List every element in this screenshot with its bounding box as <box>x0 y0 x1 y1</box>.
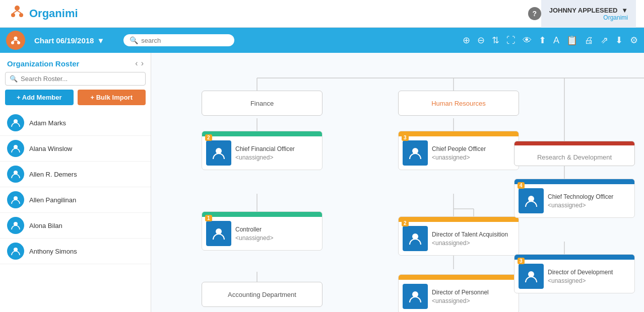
controller-card[interactable]: 1 Controller <unassigned> <box>202 211 323 251</box>
cpo-title: Chief People Officer <box>432 145 514 152</box>
roster-search-input[interactable] <box>21 75 141 83</box>
chart-canvas: Finance Human Resources 2 Chief Financia… <box>151 53 644 312</box>
svg-point-5 <box>14 37 18 40</box>
cto-avatar <box>519 188 544 213</box>
dp-info: Director of Personnel <unassigned> <box>432 289 514 304</box>
roster-item[interactable]: Alona Bilan <box>0 213 151 239</box>
cfo-badge: 2 <box>205 134 212 141</box>
add-member-button[interactable]: + Add Member <box>5 90 74 105</box>
eye-icon[interactable]: 👁 <box>523 35 532 46</box>
dd-info: Director of Development <unassigned> <box>548 269 630 284</box>
chart-chevron: ▼ <box>97 36 104 45</box>
svg-line-4 <box>17 11 21 13</box>
avatar <box>7 243 24 260</box>
cpo-badge: 3 <box>402 134 409 141</box>
cpo-card[interactable]: 3 Chief People Officer <unassigned> <box>398 131 519 170</box>
cto-card[interactable]: 4 Chief Technology Officer <unassigned> <box>514 179 635 218</box>
logo-area[interactable]: Organimi <box>8 3 78 24</box>
chart-title-btn[interactable]: Chart 06/19/2018 ▼ <box>29 33 109 48</box>
cto-info: Chief Technology Officer <unassigned> <box>548 193 630 209</box>
fullscreen-icon[interactable]: ⛶ <box>506 35 516 46</box>
sidebar: Organization Roster ‹ › 🔍 + Add Member +… <box>0 53 151 312</box>
collapse-left-icon[interactable]: ‹ <box>135 59 138 68</box>
controller-badge: 1 <box>205 215 212 221</box>
sort-icon[interactable]: ⇅ <box>492 35 499 46</box>
text-icon[interactable]: A <box>553 35 559 46</box>
print-icon[interactable]: 🖨 <box>585 35 594 46</box>
upload-icon[interactable]: ⬆ <box>539 35 546 46</box>
roster-item[interactable]: Alana Winslow <box>0 136 151 162</box>
zoom-in-icon[interactable]: ⊕ <box>463 35 470 46</box>
avatar <box>7 217 24 234</box>
avatar <box>7 191 24 208</box>
top-nav: Organimi ? JOHNNY APPLESEED ▼ Organimi <box>0 0 644 28</box>
roster-member-name: Alana Winslow <box>29 145 72 152</box>
roster-item[interactable]: Adam Marks <box>0 110 151 136</box>
share-icon[interactable]: ⇗ <box>601 35 608 46</box>
roster-item[interactable]: Allen R. Demers <box>0 162 151 187</box>
cpo-avatar <box>403 140 428 166</box>
cfo-card[interactable]: 2 Chief Financial Officer <unassigned> <box>202 131 323 170</box>
svg-point-0 <box>15 6 20 11</box>
roster-item[interactable]: Allen Pangilinan <box>0 187 151 213</box>
settings-icon[interactable]: ⚙ <box>630 35 638 46</box>
hr-dept-box[interactable]: Human Resources <box>398 91 519 116</box>
dta-card-body: Director of Talent Acquisition <unassign… <box>399 222 519 255</box>
clipboard-icon[interactable]: 📋 <box>566 35 577 46</box>
toolbar: Chart 06/19/2018 ▼ 🔍 ⊕ ⊖ ⇅ ⛶ 👁 ⬆ A 📋 🖨 ⇗… <box>0 28 644 53</box>
user-org: Organimi <box>549 14 628 21</box>
avatar <box>7 114 24 131</box>
org-btn[interactable] <box>6 31 25 50</box>
accounting-dept-box[interactable]: Accounting Department <box>202 282 323 307</box>
dd-avatar <box>519 264 544 289</box>
search-icon: 🔍 <box>130 36 138 44</box>
main-layout: Organization Roster ‹ › 🔍 + Add Member +… <box>0 53 644 312</box>
toolbar-tools: ⊕ ⊖ ⇅ ⛶ 👁 ⬆ A 📋 🖨 ⇗ ⬇ ⚙ <box>463 35 638 46</box>
sidebar-collapse-btns[interactable]: ‹ › <box>135 59 144 68</box>
dp-card[interactable]: Director of Personnel <unassigned> <box>398 274 519 312</box>
svg-line-3 <box>13 11 17 13</box>
svg-point-1 <box>11 13 15 17</box>
sidebar-actions: + Add Member + Bulk Import <box>0 90 151 110</box>
roster-member-name: Adam Marks <box>29 119 66 127</box>
finance-dept-box[interactable]: Finance <box>202 91 323 116</box>
dd-title: Director of Development <box>548 269 630 276</box>
dta-badge: 2 <box>402 220 409 226</box>
dp-card-header <box>399 275 519 280</box>
dd-badge: 3 <box>518 258 525 264</box>
accounting-dept-label: Accounting Department <box>228 291 296 298</box>
roster-search-icon: 🔍 <box>10 75 18 83</box>
dd-card-header <box>514 255 634 260</box>
dta-title: Director of Talent Acquisition <box>432 231 514 238</box>
avatar <box>7 166 24 183</box>
collapse-right-icon[interactable]: › <box>141 59 144 68</box>
dta-card[interactable]: 2 Director of Talent Acquisition <unassi… <box>398 216 519 256</box>
dta-avatar <box>403 226 428 251</box>
user-section[interactable]: JOHNNY APPLESEED ▼ Organimi <box>541 0 636 28</box>
roster-member-name: Anthony Simons <box>29 248 77 255</box>
cfo-info: Chief Financial Officer <unassigned> <box>235 145 318 161</box>
help-button[interactable]: ? <box>528 7 541 20</box>
dta-info: Director of Talent Acquisition <unassign… <box>432 231 514 247</box>
cto-card-body: Chief Technology Officer <unassigned> <box>514 184 634 217</box>
zoom-out-icon[interactable]: ⊖ <box>477 35 485 46</box>
roster-item[interactable]: Anthony Simons <box>0 239 151 264</box>
cpo-info: Chief People Officer <unassigned> <box>432 145 514 161</box>
dd-card[interactable]: 3 Director of Development <unassigned> <box>514 254 635 293</box>
download-icon[interactable]: ⬇ <box>615 35 623 46</box>
logo-icon <box>8 3 26 24</box>
bulk-import-button[interactable]: + Bulk Import <box>78 90 146 105</box>
search-input[interactable] <box>141 37 222 44</box>
rd-dept-box[interactable]: Research & Development <box>514 141 635 166</box>
user-name: JOHNNY APPLESEED ▼ <box>549 7 628 14</box>
rd-dept-label: Research & Development <box>537 146 612 161</box>
dd-card-body: Director of Development <unassigned> <box>514 260 634 293</box>
cpo-card-body: Chief People Officer <unassigned> <box>399 136 519 170</box>
search-roster[interactable]: 🔍 <box>5 72 146 86</box>
search-bar[interactable]: 🔍 <box>123 34 234 46</box>
dta-card-header <box>399 217 519 222</box>
cfo-card-header <box>202 131 322 136</box>
controller-title: Controller <box>235 226 318 233</box>
chart-area[interactable]: Finance Human Resources 2 Chief Financia… <box>151 53 644 312</box>
cpo-card-header <box>399 131 519 136</box>
